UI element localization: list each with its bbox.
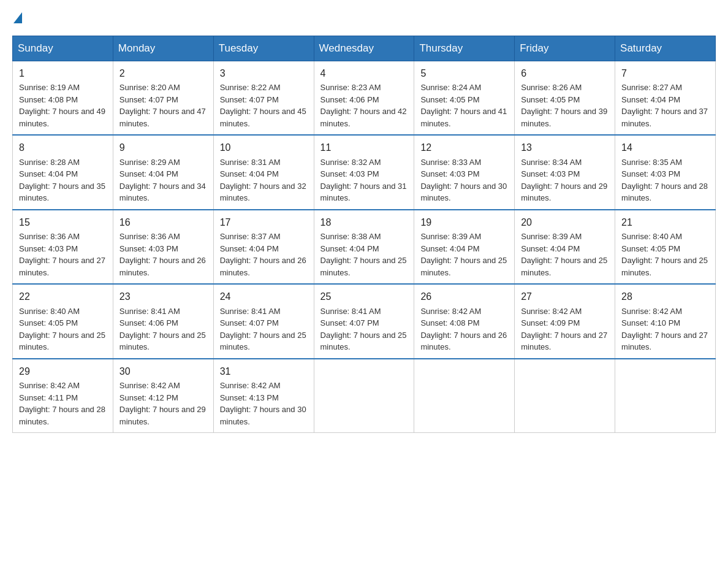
day-number: 17 — [220, 215, 308, 229]
day-info: Sunrise: 8:20 AMSunset: 4:07 PMDaylight:… — [119, 83, 206, 128]
calendar-cell: 17Sunrise: 8:37 AMSunset: 4:04 PMDayligh… — [213, 210, 314, 284]
calendar-cell: 8Sunrise: 8:28 AMSunset: 4:04 PMDaylight… — [13, 135, 113, 209]
calendar-cell: 2Sunrise: 8:20 AMSunset: 4:07 PMDaylight… — [113, 61, 213, 136]
day-info: Sunrise: 8:42 AMSunset: 4:10 PMDaylight:… — [621, 307, 708, 352]
calendar-cell: 26Sunrise: 8:42 AMSunset: 4:08 PMDayligh… — [414, 284, 515, 358]
header-saturday: Saturday — [615, 36, 716, 61]
day-info: Sunrise: 8:32 AMSunset: 4:03 PMDaylight:… — [320, 158, 407, 203]
day-info: Sunrise: 8:40 AMSunset: 4:05 PMDaylight:… — [19, 307, 105, 352]
calendar-cell: 22Sunrise: 8:40 AMSunset: 4:05 PMDayligh… — [13, 284, 113, 358]
day-info: Sunrise: 8:28 AMSunset: 4:04 PMDaylight:… — [19, 158, 105, 203]
day-number: 28 — [621, 289, 709, 304]
day-info: Sunrise: 8:37 AMSunset: 4:04 PMDaylight:… — [220, 232, 306, 277]
day-number: 20 — [521, 215, 609, 229]
day-number: 29 — [19, 364, 107, 378]
day-number: 8 — [19, 140, 107, 155]
day-info: Sunrise: 8:29 AMSunset: 4:04 PMDaylight:… — [119, 158, 206, 203]
day-number: 19 — [420, 215, 508, 229]
calendar-cell: 23Sunrise: 8:41 AMSunset: 4:06 PMDayligh… — [113, 284, 213, 358]
calendar-cell: 14Sunrise: 8:35 AMSunset: 4:03 PMDayligh… — [615, 135, 716, 209]
day-number: 26 — [420, 289, 508, 304]
day-number: 14 — [621, 140, 709, 155]
day-info: Sunrise: 8:31 AMSunset: 4:04 PMDaylight:… — [220, 158, 306, 203]
calendar-cell: 28Sunrise: 8:42 AMSunset: 4:10 PMDayligh… — [615, 284, 716, 358]
day-info: Sunrise: 8:36 AMSunset: 4:03 PMDaylight:… — [19, 232, 105, 277]
calendar-cell: 20Sunrise: 8:39 AMSunset: 4:04 PMDayligh… — [515, 210, 615, 284]
calendar-cell: 19Sunrise: 8:39 AMSunset: 4:04 PMDayligh… — [414, 210, 515, 284]
day-info: Sunrise: 8:42 AMSunset: 4:12 PMDaylight:… — [119, 381, 206, 426]
day-info: Sunrise: 8:35 AMSunset: 4:03 PMDaylight:… — [621, 158, 708, 203]
day-info: Sunrise: 8:42 AMSunset: 4:11 PMDaylight:… — [19, 381, 105, 426]
calendar-cell: 5Sunrise: 8:24 AMSunset: 4:05 PMDaylight… — [414, 61, 515, 136]
header-tuesday: Tuesday — [213, 36, 314, 61]
day-number: 18 — [320, 215, 408, 229]
day-number: 9 — [119, 140, 207, 155]
day-number: 21 — [621, 215, 709, 229]
day-number: 4 — [320, 66, 408, 80]
header-monday: Monday — [113, 36, 213, 61]
day-info: Sunrise: 8:39 AMSunset: 4:04 PMDaylight:… — [521, 232, 607, 277]
header-wednesday: Wednesday — [314, 36, 414, 61]
day-number: 11 — [320, 140, 408, 155]
header-row: SundayMondayTuesdayWednesdayThursdayFrid… — [13, 36, 716, 61]
week-row-5: 29Sunrise: 8:42 AMSunset: 4:11 PMDayligh… — [13, 359, 716, 433]
calendar-cell: 3Sunrise: 8:22 AMSunset: 4:07 PMDaylight… — [213, 61, 314, 136]
day-number: 25 — [320, 289, 408, 304]
calendar-cell: 10Sunrise: 8:31 AMSunset: 4:04 PMDayligh… — [213, 135, 314, 209]
day-info: Sunrise: 8:42 AMSunset: 4:13 PMDaylight:… — [220, 381, 306, 426]
day-number: 24 — [220, 289, 308, 304]
page-header — [12, 12, 716, 23]
day-number: 15 — [19, 215, 107, 229]
calendar-cell: 30Sunrise: 8:42 AMSunset: 4:12 PMDayligh… — [113, 359, 213, 433]
day-number: 30 — [119, 364, 207, 378]
calendar-cell: 18Sunrise: 8:38 AMSunset: 4:04 PMDayligh… — [314, 210, 414, 284]
day-info: Sunrise: 8:41 AMSunset: 4:07 PMDaylight:… — [320, 307, 407, 352]
calendar-cell: 21Sunrise: 8:40 AMSunset: 4:05 PMDayligh… — [615, 210, 716, 284]
calendar-cell: 25Sunrise: 8:41 AMSunset: 4:07 PMDayligh… — [314, 284, 414, 358]
day-info: Sunrise: 8:23 AMSunset: 4:06 PMDaylight:… — [320, 83, 407, 128]
day-number: 31 — [220, 364, 308, 378]
day-info: Sunrise: 8:27 AMSunset: 4:04 PMDaylight:… — [621, 83, 708, 128]
logo-arrow-icon — [13, 12, 22, 23]
calendar-cell: 11Sunrise: 8:32 AMSunset: 4:03 PMDayligh… — [314, 135, 414, 209]
day-info: Sunrise: 8:19 AMSunset: 4:08 PMDaylight:… — [19, 83, 105, 128]
calendar-cell: 9Sunrise: 8:29 AMSunset: 4:04 PMDaylight… — [113, 135, 213, 209]
calendar-cell: 7Sunrise: 8:27 AMSunset: 4:04 PMDaylight… — [615, 61, 716, 136]
calendar-cell: 4Sunrise: 8:23 AMSunset: 4:06 PMDaylight… — [314, 61, 414, 136]
calendar-cell: 1Sunrise: 8:19 AMSunset: 4:08 PMDaylight… — [13, 61, 113, 136]
day-info: Sunrise: 8:33 AMSunset: 4:03 PMDaylight:… — [420, 158, 507, 203]
calendar-cell: 29Sunrise: 8:42 AMSunset: 4:11 PMDayligh… — [13, 359, 113, 433]
day-info: Sunrise: 8:41 AMSunset: 4:07 PMDaylight:… — [220, 307, 306, 352]
day-info: Sunrise: 8:22 AMSunset: 4:07 PMDaylight:… — [220, 83, 306, 128]
day-info: Sunrise: 8:42 AMSunset: 4:09 PMDaylight:… — [521, 307, 607, 352]
day-info: Sunrise: 8:34 AMSunset: 4:03 PMDaylight:… — [521, 158, 607, 203]
calendar-cell: 12Sunrise: 8:33 AMSunset: 4:03 PMDayligh… — [414, 135, 515, 209]
day-info: Sunrise: 8:36 AMSunset: 4:03 PMDaylight:… — [119, 232, 206, 277]
day-number: 23 — [119, 289, 207, 304]
calendar-cell: 15Sunrise: 8:36 AMSunset: 4:03 PMDayligh… — [13, 210, 113, 284]
week-row-4: 22Sunrise: 8:40 AMSunset: 4:05 PMDayligh… — [13, 284, 716, 358]
day-number: 3 — [220, 66, 308, 80]
day-number: 1 — [19, 66, 107, 80]
day-number: 27 — [521, 289, 609, 304]
calendar-table: SundayMondayTuesdayWednesdayThursdayFrid… — [12, 36, 716, 433]
day-number: 12 — [420, 140, 508, 155]
day-number: 10 — [220, 140, 308, 155]
day-number: 5 — [420, 66, 508, 80]
week-row-3: 15Sunrise: 8:36 AMSunset: 4:03 PMDayligh… — [13, 210, 716, 284]
logo — [12, 12, 22, 23]
day-number: 6 — [521, 66, 609, 80]
calendar-cell: 16Sunrise: 8:36 AMSunset: 4:03 PMDayligh… — [113, 210, 213, 284]
day-number: 7 — [621, 66, 709, 80]
day-number: 2 — [119, 66, 207, 80]
header-sunday: Sunday — [13, 36, 113, 61]
day-number: 16 — [119, 215, 207, 229]
day-info: Sunrise: 8:24 AMSunset: 4:05 PMDaylight:… — [420, 83, 507, 128]
header-thursday: Thursday — [414, 36, 515, 61]
calendar-cell: 24Sunrise: 8:41 AMSunset: 4:07 PMDayligh… — [213, 284, 314, 358]
calendar-cell: 27Sunrise: 8:42 AMSunset: 4:09 PMDayligh… — [515, 284, 615, 358]
calendar-cell — [314, 359, 414, 433]
calendar-cell: 6Sunrise: 8:26 AMSunset: 4:05 PMDaylight… — [515, 61, 615, 136]
day-info: Sunrise: 8:41 AMSunset: 4:06 PMDaylight:… — [119, 307, 206, 352]
week-row-1: 1Sunrise: 8:19 AMSunset: 4:08 PMDaylight… — [13, 61, 716, 136]
